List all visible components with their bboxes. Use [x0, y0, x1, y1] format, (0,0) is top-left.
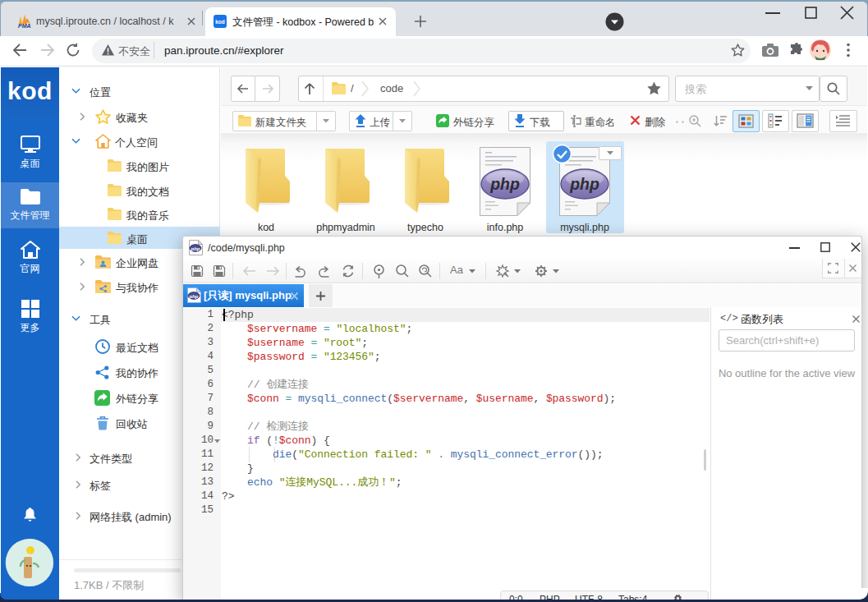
svg-text:php: php: [191, 246, 200, 251]
svg-text:kod: kod: [215, 19, 225, 25]
svg-text:PMA: PMA: [18, 23, 31, 29]
svg-text:php: php: [189, 294, 199, 299]
